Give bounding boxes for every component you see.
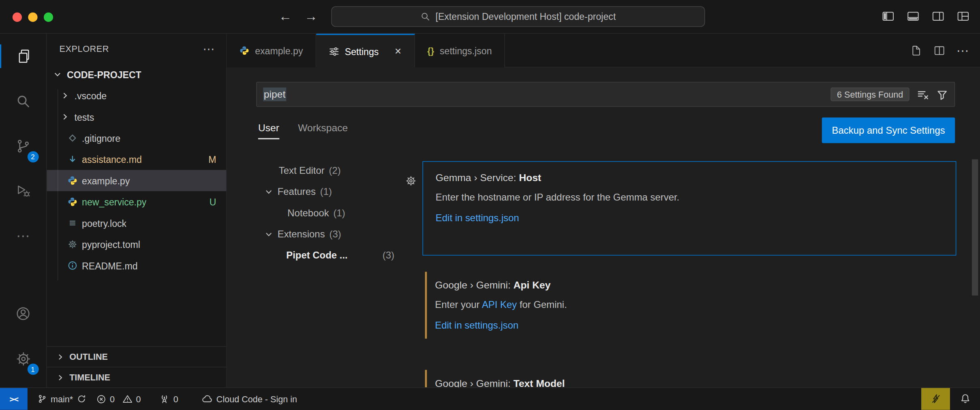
problems-status-item[interactable]: 0 0 bbox=[91, 388, 146, 410]
close-icon[interactable]: ✕ bbox=[394, 46, 402, 56]
toc-label: Pipet Code ... bbox=[286, 250, 347, 261]
setting-google-gemini-text-model[interactable]: Google › Gemini: Text Model bbox=[422, 367, 956, 387]
activitybar-explorer[interactable] bbox=[0, 40, 47, 73]
tab-label: settings.json bbox=[440, 45, 492, 56]
settings-toc: Text Editor (2) Features (1) Notebook (1… bbox=[256, 160, 403, 266]
description-text: Enter your bbox=[435, 299, 482, 310]
editor-tab-bar: example.py Settings ✕ {} settings.json bbox=[227, 34, 980, 67]
activitybar-search[interactable] bbox=[0, 85, 47, 117]
explorer-item-assistance-md[interactable]: assistance.md M bbox=[47, 149, 227, 170]
toc-notebook[interactable]: Notebook (1) bbox=[256, 203, 403, 224]
setting-google-gemini-api-key[interactable]: Google › Gemini: Api Key Enter your API … bbox=[422, 269, 956, 341]
timeline-section[interactable]: TIMELINE bbox=[47, 367, 227, 387]
settings-editor: pipet 6 Settings Found User Workspace Ba… bbox=[227, 68, 980, 388]
activitybar-source-control[interactable]: 2 bbox=[0, 130, 47, 162]
toc-pipet-code[interactable]: Pipet Code ... (3) bbox=[256, 245, 403, 266]
chevron-right-icon bbox=[60, 91, 70, 101]
window-close-button[interactable] bbox=[13, 13, 22, 22]
explorer-item-pyproject-toml[interactable]: pyproject.toml bbox=[47, 234, 227, 255]
remote-indicator[interactable]: >< bbox=[0, 388, 28, 410]
edit-in-settings-json-link[interactable]: Edit in settings.json bbox=[436, 212, 943, 224]
python-icon bbox=[240, 46, 250, 56]
customize-layout-icon[interactable] bbox=[956, 9, 970, 23]
python-icon bbox=[68, 175, 78, 186]
explorer-item-gitignore[interactable]: .gitignore bbox=[47, 128, 227, 149]
setting-gemma-service-host[interactable]: Gemma › Service: Host Enter the hostname… bbox=[422, 161, 956, 256]
branch-status-item[interactable]: main* bbox=[32, 388, 91, 410]
ports-status-item[interactable]: 0 bbox=[154, 388, 183, 410]
tab-settings-json[interactable]: {} settings.json bbox=[415, 34, 505, 67]
activitybar-settings[interactable]: 1 bbox=[0, 342, 47, 375]
tab-user[interactable]: User bbox=[258, 122, 279, 139]
git-status-badge: U bbox=[210, 196, 216, 207]
settings-search-input[interactable]: pipet 6 Settings Found bbox=[256, 82, 955, 107]
command-center[interactable]: [Extension Development Host] code-projec… bbox=[331, 6, 705, 27]
tab-label: example.py bbox=[255, 45, 303, 56]
activitybar-run-debug[interactable] bbox=[0, 175, 47, 207]
window-minimize-button[interactable] bbox=[28, 13, 37, 22]
window-zoom-button[interactable] bbox=[44, 13, 53, 22]
activitybar-accounts[interactable] bbox=[0, 297, 47, 330]
open-settings-json-icon[interactable] bbox=[910, 44, 922, 57]
tab-example-py[interactable]: example.py bbox=[227, 34, 316, 67]
explorer-item-tests[interactable]: tests bbox=[47, 106, 227, 127]
toc-count: (3) bbox=[383, 250, 394, 261]
tab-label: Settings bbox=[345, 46, 379, 56]
toc-label: Features bbox=[278, 186, 316, 198]
toc-count: (2) bbox=[329, 165, 341, 176]
toc-features[interactable]: Features (1) bbox=[256, 181, 403, 202]
more-actions-icon[interactable]: ⋯ bbox=[956, 43, 969, 58]
split-editor-icon[interactable] bbox=[933, 44, 946, 57]
clear-search-icon[interactable] bbox=[917, 88, 929, 100]
forward-icon[interactable]: → bbox=[304, 7, 317, 26]
vscode-window: ← → [Extension Development Host] code-pr… bbox=[0, 0, 980, 410]
chevron-right-icon bbox=[60, 112, 70, 122]
cloud-code-status-item[interactable]: Cloud Code - Sign in bbox=[197, 388, 302, 410]
setting-description: Enter your API Key for Gemini. bbox=[435, 299, 944, 311]
toc-label: Extensions bbox=[278, 228, 325, 240]
explorer-root-folder[interactable]: CODE-PROJECT bbox=[47, 64, 227, 85]
tab-settings[interactable]: Settings ✕ bbox=[316, 34, 415, 67]
file-label: poetry.lock bbox=[82, 218, 126, 228]
explorer-item-readme-md[interactable]: README.md bbox=[47, 255, 227, 276]
outline-section[interactable]: OUTLINE bbox=[47, 346, 227, 367]
error-icon bbox=[96, 394, 106, 404]
filter-icon[interactable] bbox=[936, 88, 948, 100]
toc-extensions[interactable]: Extensions (3) bbox=[256, 224, 403, 245]
activitybar-more-views[interactable]: ⋯ bbox=[0, 220, 47, 252]
settings-sliders-icon bbox=[329, 46, 339, 56]
backup-sync-settings-button[interactable]: Backup and Sync Settings bbox=[822, 117, 955, 143]
toggle-secondary-sidebar-icon[interactable] bbox=[931, 9, 945, 23]
explorer-item-vscode[interactable]: .vscode bbox=[47, 85, 227, 106]
setting-name: Host bbox=[519, 173, 541, 183]
toc-text-editor[interactable]: Text Editor (2) bbox=[256, 160, 403, 181]
warning-count: 0 bbox=[136, 394, 141, 404]
toc-label: Text Editor bbox=[279, 165, 325, 176]
explorer-item-poetry-lock[interactable]: poetry.lock bbox=[47, 212, 227, 233]
file-label: assistance.md bbox=[82, 154, 142, 164]
setting-name: Api Key bbox=[514, 280, 551, 290]
explorer-actions-icon[interactable]: ⋯ bbox=[203, 42, 215, 56]
toc-label: Notebook bbox=[287, 207, 329, 219]
setting-category: Gemma › Service: bbox=[436, 173, 519, 183]
edit-in-settings-json-link[interactable]: Edit in settings.json bbox=[435, 320, 944, 331]
setting-name: Text Model bbox=[514, 378, 565, 387]
scrollbar[interactable] bbox=[972, 159, 978, 295]
explorer-item-example-py[interactable]: example.py bbox=[47, 170, 227, 191]
explorer-item-new-service-py[interactable]: new_service.py U bbox=[47, 191, 227, 212]
file-label: new_service.py bbox=[82, 196, 146, 207]
settings-scope-tabs: User Workspace bbox=[258, 122, 348, 139]
tab-actions: ⋯ bbox=[910, 34, 980, 67]
tab-workspace[interactable]: Workspace bbox=[298, 122, 348, 139]
setting-actions-gear-icon[interactable] bbox=[405, 175, 417, 187]
flash-off-status-item[interactable] bbox=[921, 388, 950, 410]
branch-name: main* bbox=[51, 394, 73, 404]
flash-off-icon bbox=[930, 394, 941, 404]
chevron-right-icon bbox=[56, 373, 65, 382]
error-count: 0 bbox=[110, 394, 115, 404]
toggle-panel-icon[interactable] bbox=[906, 9, 920, 23]
back-icon[interactable]: ← bbox=[279, 7, 292, 26]
toggle-primary-sidebar-icon[interactable] bbox=[881, 9, 895, 23]
notifications-item[interactable] bbox=[950, 388, 980, 410]
api-key-link[interactable]: API Key bbox=[482, 299, 517, 310]
